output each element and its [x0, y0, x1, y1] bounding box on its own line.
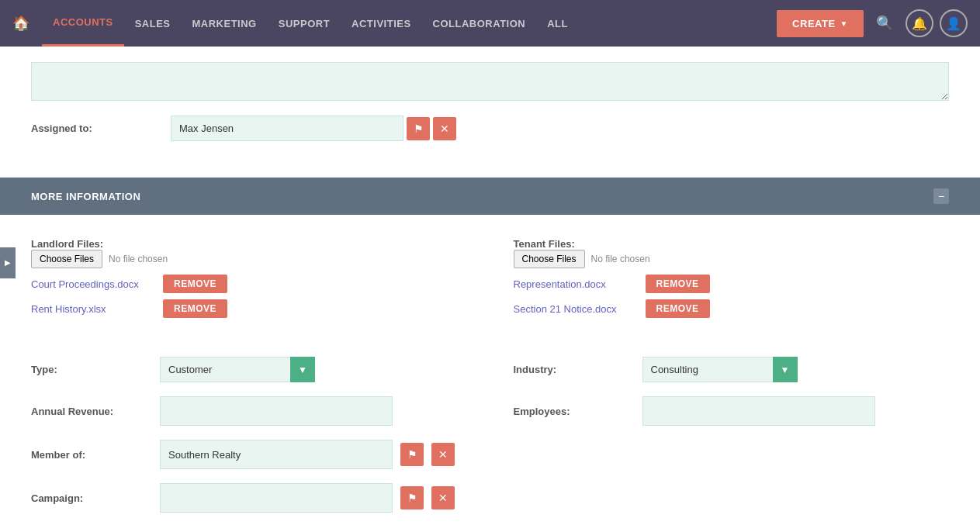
- type-select-wrapper: Customer Prospect Partner Supplier ▼: [160, 357, 315, 382]
- member-select-button[interactable]: ⚑: [400, 443, 424, 466]
- landlord-file-2-remove[interactable]: REMOVE: [163, 299, 227, 318]
- more-info-header: MORE INFORMATION −: [0, 178, 980, 215]
- annual-revenue-input[interactable]: [160, 396, 393, 426]
- user-icon[interactable]: 👤: [940, 9, 968, 37]
- type-group: Type: Customer Prospect Partner Supplier…: [31, 357, 467, 382]
- nav-links: ACCOUNTS SALES MARKETING SUPPORT ACTIVIT…: [42, 0, 777, 47]
- tenant-files-label: Tenant Files:: [514, 238, 950, 250]
- member-of-row: Member of: ⚑ ✕: [31, 440, 949, 469]
- industry-group: Industry: Consulting Technology Finance …: [514, 357, 950, 382]
- industry-select-wrapper: Consulting Technology Finance Real Estat…: [642, 357, 798, 382]
- nav-all[interactable]: ALL: [536, 0, 579, 47]
- assigned-clear-button[interactable]: ✕: [433, 117, 456, 140]
- campaign-row: Campaign: ⚑ ✕: [31, 483, 949, 513]
- home-icon[interactable]: 🏠: [12, 15, 29, 32]
- nav-activities[interactable]: ACTIVITIES: [341, 0, 422, 47]
- employees-label: Employees:: [514, 406, 638, 417]
- employees-group: Employees:: [514, 396, 950, 426]
- sidebar-toggle[interactable]: ▶: [0, 247, 16, 278]
- assigned-select-button[interactable]: ⚑: [407, 117, 430, 140]
- tenant-file-2: Section 21 Notice.docx REMOVE: [514, 299, 950, 318]
- landlord-no-file-text: No file chosen: [109, 254, 168, 264]
- campaign-select-button[interactable]: ⚑: [400, 486, 424, 509]
- tenant-no-file-text: No file chosen: [591, 254, 650, 264]
- landlord-choose-files-button[interactable]: Choose Files: [31, 250, 102, 268]
- nav-support[interactable]: SUPPORT: [268, 0, 341, 47]
- type-select[interactable]: Customer Prospect Partner Supplier: [160, 357, 315, 382]
- member-clear-button[interactable]: ✕: [431, 443, 455, 466]
- notes-textarea[interactable]: [31, 62, 949, 101]
- type-label: Type:: [31, 364, 155, 375]
- tenant-file-1-name: Representation.docx: [514, 278, 638, 290]
- tenant-file-2-remove[interactable]: REMOVE: [646, 299, 710, 318]
- tenant-file-2-name: Section 21 Notice.docx: [514, 303, 638, 315]
- landlord-file-2-name: Rent History.xlsx: [31, 303, 155, 315]
- content-area: Assigned to: ⚑ ✕ MORE INFORMATION − Land…: [0, 47, 980, 525]
- nav-sales[interactable]: SALES: [124, 0, 182, 47]
- type-industry-row: Type: Customer Prospect Partner Supplier…: [31, 357, 949, 382]
- annual-revenue-label: Annual Revenue:: [31, 406, 155, 417]
- notifications-icon[interactable]: 🔔: [906, 9, 933, 37]
- landlord-file-1: Court Proceedings.docx REMOVE: [31, 275, 467, 293]
- assigned-to-input[interactable]: [171, 116, 403, 141]
- industry-label: Industry:: [514, 364, 638, 375]
- landlord-file-2: Rent History.xlsx REMOVE: [31, 299, 467, 318]
- create-button[interactable]: CREATE ▼: [777, 10, 864, 37]
- tenant-file-chooser-row: Choose Files No file chosen: [514, 250, 950, 268]
- create-dropdown-arrow: ▼: [840, 19, 848, 28]
- more-info-title: MORE INFORMATION: [31, 191, 140, 202]
- nav-accounts[interactable]: ACCOUNTS: [42, 0, 124, 47]
- files-section: Landlord Files: Choose Files No file cho…: [31, 238, 949, 338]
- assigned-section: Assigned to: ⚑ ✕: [0, 47, 980, 178]
- tenant-choose-files-button[interactable]: Choose Files: [514, 250, 585, 268]
- assigned-to-row: Assigned to: ⚑ ✕: [31, 116, 949, 141]
- campaign-clear-button[interactable]: ✕: [431, 486, 455, 509]
- landlord-file-1-remove[interactable]: REMOVE: [163, 275, 227, 293]
- collapse-button[interactable]: −: [933, 188, 949, 204]
- campaign-input[interactable]: [160, 483, 393, 513]
- nav-right: CREATE ▼ 🔍 🔔 👤: [777, 9, 968, 37]
- industry-select[interactable]: Consulting Technology Finance Real Estat…: [642, 357, 798, 382]
- campaign-label: Campaign:: [31, 492, 155, 504]
- tenant-files-section: Tenant Files: Choose Files No file chose…: [514, 238, 950, 324]
- landlord-files-label: Landlord Files:: [31, 238, 467, 250]
- employees-input[interactable]: [642, 396, 875, 426]
- landlord-files-section: Landlord Files: Choose Files No file cho…: [31, 238, 467, 324]
- search-icon[interactable]: 🔍: [870, 12, 899, 35]
- landlord-file-1-name: Court Proceedings.docx: [31, 278, 155, 290]
- assigned-to-label: Assigned to:: [31, 123, 171, 134]
- tenant-file-1-remove[interactable]: REMOVE: [646, 275, 710, 293]
- nav-collaboration[interactable]: COLLABORATION: [422, 0, 537, 47]
- member-of-input[interactable]: [160, 440, 393, 469]
- tenant-file-1: Representation.docx REMOVE: [514, 275, 950, 293]
- landlord-file-chooser-row: Choose Files No file chosen: [31, 250, 467, 268]
- revenue-group: Annual Revenue:: [31, 396, 467, 426]
- more-info-body: Landlord Files: Choose Files No file cho…: [0, 215, 980, 525]
- member-of-label: Member of:: [31, 449, 155, 461]
- revenue-employees-row: Annual Revenue: Employees:: [31, 396, 949, 426]
- nav-marketing[interactable]: MARKETING: [182, 0, 268, 47]
- navbar: 🏠 ACCOUNTS SALES MARKETING SUPPORT ACTIV…: [0, 0, 980, 47]
